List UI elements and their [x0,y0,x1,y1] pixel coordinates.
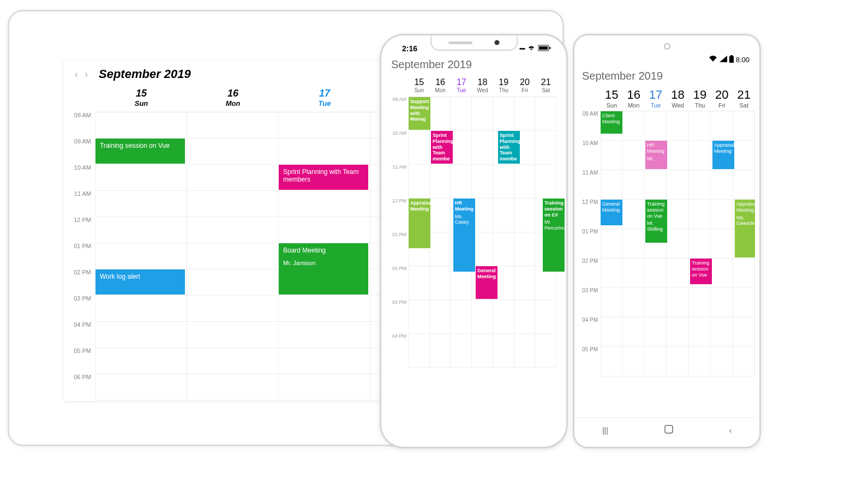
day-name: Wed [667,102,688,109]
event-title: Sprint Planning with Team membe [433,133,453,161]
day-header[interactable]: 15Sun [601,88,622,109]
event-subtitle: Ms. Casey [455,214,474,226]
time-label: 03 PM [64,296,95,322]
svg-rect-2 [539,46,548,50]
event-title: HR Meeting [455,200,474,212]
cellular-icon [720,56,727,64]
calendar-event[interactable]: Training session on C#Mr. Percorino [543,199,565,272]
day-number: 16 [430,77,451,87]
day-header[interactable]: 15Sun [95,88,187,112]
calendar-event[interactable]: Sprint Planning with Team membe [431,131,453,164]
day-header[interactable]: 20Fri [514,77,536,93]
time-label: 12 PM [64,217,95,243]
event-subtitle: Mr. Shilling [647,220,666,232]
wifi-icon [527,44,536,53]
day-number: 16 [622,88,644,102]
calendar-event[interactable]: Work log alert [95,269,185,295]
day-name: Mon [622,102,644,109]
calendar-event[interactable]: Sprint Planning with Team members [279,165,368,190]
calendar-event[interactable]: Training session on Vue [95,139,185,164]
day-header[interactable]: 17Tue [451,77,472,93]
time-label: 09 AM [64,139,95,165]
day-header[interactable]: 17Tue [645,88,667,109]
calendar-event[interactable]: General Meeting [476,266,498,299]
time-label: 03 PM [581,288,601,317]
day-name: Sun [95,99,187,107]
time-label: 05 PM [581,347,601,376]
calendar-event[interactable]: General Meeting [601,200,622,225]
battery-icon [538,44,551,53]
day-header[interactable]: 18Wed [472,77,493,93]
day-name: Sun [601,102,622,109]
calendar-event[interactable]: Board MeetingMr. Jamison [279,243,368,295]
android-screen: September 2019 15Sun16Mon17Tue18Wed19Thu… [579,68,755,417]
time-label: 09 AM [581,111,601,141]
time-label: 06 PM [64,374,95,400]
time-label: 03 PM [391,300,409,334]
android-day-headers: 15Sun16Mon17Tue18Wed19Thu20Fri21Sat [601,88,755,109]
day-header[interactable]: 16Mon [430,77,451,93]
recent-apps-button[interactable]: ||| [602,426,608,435]
cellular-icon: •••• [519,46,525,52]
time-label: 04 PM [64,322,95,348]
time-label: 08 AM [64,112,95,139]
back-button[interactable]: ‹ [729,426,732,435]
iphone-grid[interactable]: 09 AM10 AM11 AM12 PM01 PM02 PM03 PM04 PM… [409,97,556,368]
day-header[interactable]: 19Thu [689,88,711,109]
calendar-event[interactable]: Appraisal Meeting [409,199,430,248]
prev-arrow-icon[interactable]: ‹ [74,69,79,80]
day-number: 17 [645,88,667,102]
calendar-event[interactable]: Sprint Planning with Team membe [498,131,520,164]
time-label: 10 AM [581,141,601,170]
day-header[interactable]: 15Sun [409,77,430,93]
day-number: 17 [451,77,472,87]
day-number: 18 [667,88,688,102]
day-header[interactable]: 17Tue [279,88,370,112]
battery-icon [729,55,734,64]
day-header[interactable]: 16Mon [622,88,644,109]
day-name: Tue [645,102,667,109]
day-header[interactable]: 19Thu [493,77,514,93]
month-title: September 2019 [581,70,755,82]
event-title: Appraisal Meeting [736,201,755,213]
time-label: 09 AM [391,97,409,131]
day-header[interactable]: 18Wed [667,88,688,109]
calendar-event[interactable]: Appraisal MeetingMs. Gawade [735,200,755,257]
month-title: September 2019 [391,58,556,71]
android-grid[interactable]: 09 AM10 AM11 AM12 PM01 PM02 PM03 PM04 PM… [601,111,755,376]
iphone-day-headers: 15Sun16Mon17Tue18Wed19Thu20Fri21Sat [409,77,556,93]
day-name: Fri [514,87,536,93]
iphone-times: 09 AM10 AM11 AM12 PM01 PM02 PM03 PM04 PM [391,97,409,368]
event-title: Support Meeting with Manag [410,99,429,122]
day-header[interactable]: 21Sat [733,88,755,109]
event-title: Sprint Planning with Team membe [500,133,520,161]
home-button[interactable] [664,424,674,436]
next-arrow-icon[interactable]: › [83,69,89,80]
calendar-event[interactable]: Support Meeting with Manag [409,97,430,130]
day-header[interactable]: 20Fri [711,88,733,109]
day-header[interactable]: 21Sat [535,77,556,93]
day-header[interactable]: 16Mon [187,88,279,112]
day-number: 21 [535,77,556,87]
day-number: 19 [689,88,711,102]
svg-rect-1 [549,47,550,49]
calendar-event[interactable]: Training session on VueMr. Shilling [645,200,667,243]
svg-rect-5 [665,425,673,433]
event-subtitle: Mr. Percorino [544,219,563,231]
day-name: Sat [535,87,556,93]
calendar-event[interactable]: Training session on Vue [690,259,712,284]
event-subtitle: Mr. Jamison [283,260,364,266]
time-label: 12 PM [581,200,601,229]
calendar-event[interactable]: HR MeetingMr. [645,141,667,169]
event-title: Work log alert [100,273,140,280]
calendar-event[interactable]: HR MeetingMs. Casey [453,199,475,272]
calendar-event[interactable]: Client Meeting [601,111,622,134]
time-label: 11 AM [391,165,409,199]
day-name: Sun [409,87,430,93]
time-label: 11 AM [64,191,95,217]
event-subtitle: Mr. [647,156,666,162]
day-number: 20 [514,77,536,87]
calendar-event[interactable]: Appraisal Meeting [712,141,734,169]
android-camera [664,43,670,50]
day-name: Thu [689,102,711,109]
